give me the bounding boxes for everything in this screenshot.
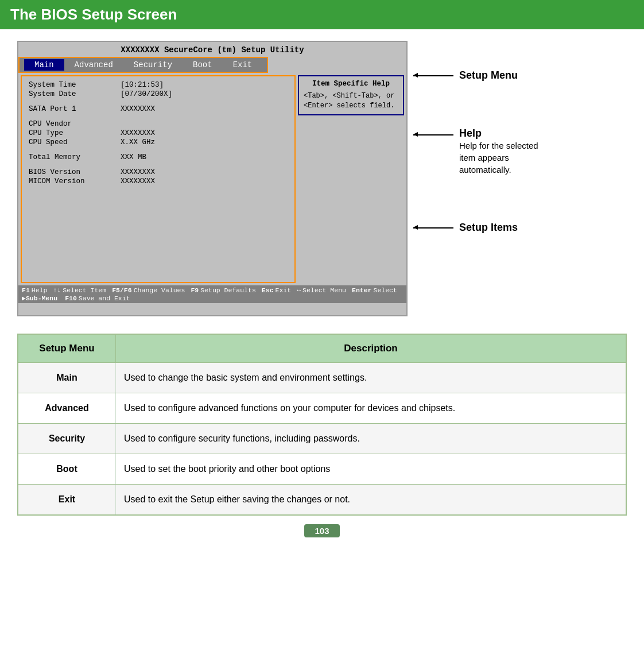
menu-advanced[interactable]: Advanced (64, 59, 123, 71)
bios-items-panel: System Time[10:21:53] System Date[07/30/… (21, 75, 296, 283)
bios-help-panel: Item Specific Help <Tab>, <Shift-Tab>, o… (298, 75, 404, 283)
page-number-area: 103 (0, 521, 644, 543)
table-header: Setup Menu Description (18, 335, 626, 362)
menu-boot[interactable]: Boot (183, 59, 223, 71)
menu-name-advanced: Advanced (18, 393, 116, 423)
title-bar: The BIOS Setup Screen (0, 0, 644, 29)
table-row-advanced: Advanced Used to configure advanced func… (18, 393, 626, 423)
annotation-setup-menu-label: Setup Menu (459, 69, 518, 82)
annotation-setup-items-label: Setup Items (459, 222, 518, 234)
menu-name-security: Security (18, 424, 116, 454)
menu-exit[interactable]: Exit (223, 59, 263, 71)
description-table: Setup Menu Description Main Used to chan… (17, 334, 627, 516)
menu-desc-advanced: Used to configure advanced functions on … (116, 393, 626, 423)
table-row-exit: Exit Used to exit the Setup either savin… (18, 484, 626, 514)
menu-name-main: Main (18, 363, 116, 393)
menu-desc-main: Used to change the basic system and envi… (116, 363, 626, 393)
col-header-desc: Description (116, 335, 626, 362)
annotation-help: Help Help for the selecteditem appearsau… (413, 127, 568, 176)
bios-utility-title: XXXXXXXX SecureCore (tm) Setup Utility (18, 42, 406, 57)
menu-desc-security: Used to configure security functions, in… (116, 424, 626, 454)
menu-name-boot: Boot (18, 454, 116, 484)
menu-security[interactable]: Security (123, 59, 183, 71)
page-number: 103 (304, 524, 339, 537)
annotation-help-label: Help (459, 127, 538, 140)
menu-desc-boot: Used to set the boot priority and other … (116, 454, 626, 484)
menu-name-exit: Exit (18, 485, 116, 514)
bios-help-text: <Tab>, <Shift-Tab>, or <Enter> selects f… (304, 91, 398, 111)
bios-screen: XXXXXXXX SecureCore (tm) Setup Utility M… (17, 41, 408, 316)
col-header-menu: Setup Menu (18, 335, 116, 362)
bios-statusbar: F1 Help ↑↓ Select Item F5/F6 Change Valu… (18, 285, 406, 303)
annotations-area: Setup Menu Help Help for the selectedite… (408, 41, 568, 234)
annotation-help-desc: Help for the selecteditem appearsautomat… (459, 140, 538, 176)
annotation-setup-items: Setup Items (413, 222, 568, 234)
table-row-boot: Boot Used to set the boot priority and o… (18, 454, 626, 484)
bios-help-title: Item Specific Help (304, 80, 398, 88)
menu-desc-exit: Used to exit the Setup either saving the… (116, 485, 626, 514)
page-title: The BIOS Setup Screen (10, 6, 634, 24)
table-row-security: Security Used to configure security func… (18, 423, 626, 454)
table-row-main: Main Used to change the basic system and… (18, 362, 626, 393)
menu-main[interactable]: Main (24, 59, 64, 71)
annotation-setup-menu: Setup Menu (413, 69, 568, 82)
